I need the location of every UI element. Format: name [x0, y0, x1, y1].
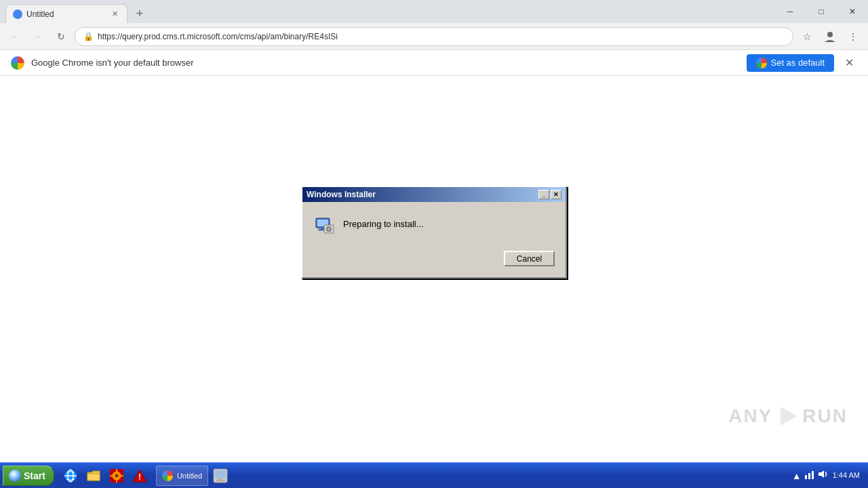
svg-rect-22 — [808, 473, 810, 479]
system-tray: ▲ 1:44 AM — [792, 469, 865, 482]
set-default-label: Set as default — [771, 58, 825, 68]
titlebar-buttons: _ ✕ — [538, 190, 561, 199]
installer-content: Preparing to install... — [313, 213, 555, 235]
cancel-button[interactable]: Cancel — [504, 251, 555, 266]
installer-icon — [313, 213, 335, 235]
chrome-menu-button[interactable]: ⋮ — [844, 27, 863, 46]
back-button[interactable]: ← — [5, 27, 24, 46]
profile-button[interactable] — [821, 27, 840, 46]
svg-rect-18 — [215, 470, 226, 479]
watermark-play-icon — [775, 404, 800, 428]
banner-message: Google Chrome isn't your default browser — [31, 58, 740, 68]
page-content: Windows Installer _ ✕ — [0, 76, 868, 462]
preparing-text: Preparing to install... — [343, 219, 424, 229]
chrome-taskbar-logo — [162, 470, 173, 481]
minimize-button[interactable]: ─ — [774, 0, 806, 23]
chrome-frame: Untitled ✕ + ─ □ ✕ ← → ↻ 🔒 https://query… — [0, 0, 868, 77]
new-tab-button[interactable]: + — [130, 4, 149, 23]
svg-point-14 — [115, 474, 118, 477]
folder-taskbar-icon[interactable] — [83, 465, 104, 487]
svg-rect-23 — [812, 471, 814, 479]
watermark: ANY RUN — [728, 404, 848, 428]
default-browser-banner: Google Chrome isn't your default browser… — [0, 50, 868, 76]
tray-volume-icon[interactable] — [818, 469, 829, 482]
svg-rect-21 — [805, 475, 807, 479]
installer-title: Windows Installer — [307, 190, 376, 199]
taskbar-quick-launch: ! Untitled — [60, 465, 231, 487]
chrome-logo — [11, 56, 24, 70]
bookmark-button[interactable]: ☆ — [797, 27, 816, 46]
reload-button[interactable]: ↻ — [52, 27, 71, 46]
window-controls: ─ □ ✕ — [774, 0, 868, 23]
tab-favicon — [13, 9, 22, 19]
installer-footer: Cancel — [313, 251, 555, 269]
set-as-default-button[interactable]: Set as default — [747, 54, 835, 72]
close-button[interactable]: ✕ — [837, 0, 868, 23]
dialog-minimize-button[interactable]: _ — [538, 190, 549, 199]
msi-taskbar-icon[interactable] — [210, 465, 231, 487]
svg-marker-8 — [781, 407, 797, 426]
active-tab[interactable]: Untitled ✕ — [5, 4, 127, 23]
tab-title: Untitled — [26, 9, 105, 19]
clock-time: 1:44 AM — [833, 470, 860, 481]
chrome-taskbar-label: Untitled — [177, 472, 202, 480]
media-taskbar-icon[interactable] — [106, 465, 127, 487]
url-bar[interactable]: 🔒 https://query.prod.cms.rt.microsoft.co… — [75, 27, 793, 46]
tab-close-button[interactable]: ✕ — [109, 9, 120, 20]
tray-icons: ▲ — [792, 469, 829, 482]
start-orb — [9, 470, 21, 482]
installer-dialog: Windows Installer _ ✕ — [301, 186, 567, 279]
installer-titlebar[interactable]: Windows Installer _ ✕ — [302, 187, 566, 202]
warning-taskbar-icon[interactable]: ! — [129, 465, 151, 487]
set-default-chrome-logo — [756, 58, 767, 68]
address-bar: ← → ↻ 🔒 https://query.prod.cms.rt.micros… — [0, 23, 868, 50]
start-button[interactable]: Start — [3, 466, 54, 486]
tray-up-icon[interactable]: ▲ — [792, 470, 802, 481]
svg-text:!: ! — [138, 472, 141, 482]
ie-taskbar-icon[interactable] — [60, 465, 81, 487]
tray-network-icon[interactable] — [804, 469, 815, 482]
clock[interactable]: 1:44 AM — [833, 470, 860, 481]
svg-point-7 — [328, 228, 330, 230]
watermark-text-left: ANY — [728, 405, 772, 427]
installer-body: Preparing to install... Cancel — [302, 202, 566, 277]
tab-bar: Untitled ✕ + ─ □ ✕ — [0, 0, 868, 23]
svg-point-0 — [827, 32, 833, 37]
dialog-close-button[interactable]: ✕ — [551, 190, 561, 199]
secure-icon: 🔒 — [83, 32, 94, 41]
taskbar: Start — [0, 462, 868, 488]
maximize-button[interactable]: □ — [806, 0, 837, 23]
url-text: https://query.prod.cms.rt.microsoft.com/… — [98, 32, 785, 41]
forward-button[interactable]: → — [28, 27, 47, 46]
start-label: Start — [24, 470, 45, 481]
chrome-taskbar-button[interactable]: Untitled — [156, 466, 208, 486]
svg-marker-24 — [818, 470, 824, 478]
svg-rect-20 — [216, 480, 224, 481]
watermark-text-right: RUN — [802, 405, 848, 427]
banner-close-button[interactable]: ✕ — [841, 55, 857, 71]
